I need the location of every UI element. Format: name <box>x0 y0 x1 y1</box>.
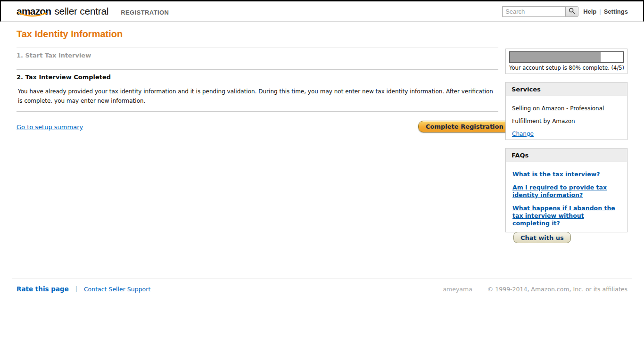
logged-in-user-name: ameyama <box>443 286 472 293</box>
rate-this-page-link[interactable]: Rate this page <box>17 285 69 293</box>
faq-link-abandon-interview[interactable]: What happens if I abandon the tax interv… <box>512 205 622 227</box>
step-2-tax-interview-completed: 2. Tax Interview Completed <box>17 74 111 81</box>
copyright-notice: © 1999-2014, Amazon.com, Inc. or its aff… <box>487 286 627 293</box>
faqs-box: FAQs What is the tax interview? Am I req… <box>505 148 627 232</box>
services-box: Services Selling on Amazon - Professiona… <box>505 82 627 140</box>
settings-link[interactable]: Settings <box>604 8 628 15</box>
service-item-fulfillment-by-amazon: Fulfillment by Amazon <box>512 118 621 124</box>
header-link-divider: | <box>599 8 601 15</box>
services-box-title: Services <box>506 82 627 96</box>
go-to-setup-summary-link[interactable]: Go to setup summary <box>17 123 83 131</box>
progress-bar <box>509 51 624 63</box>
page: amazon seller central REGISTRATION <box>0 0 644 362</box>
progress-fill <box>510 52 601 62</box>
section-divider <box>17 48 498 48</box>
progress-status-text: Your account setup is 80% complete. (4/5… <box>509 65 624 71</box>
footer: Rate this page | Contact Seller Support … <box>0 285 644 293</box>
search-icon <box>569 7 575 16</box>
faq-links-list: What is the tax interview? Am I required… <box>506 162 627 246</box>
faq-link-what-is-tax-interview[interactable]: What is the tax interview? <box>512 171 622 178</box>
header-utility-links: Help | Settings <box>583 8 628 15</box>
account-setup-progress-box: Your account setup is 80% complete. (4/5… <box>505 49 627 74</box>
footer-divider <box>12 279 632 279</box>
service-item-selling-on-amazon: Selling on Amazon - Professional <box>512 105 621 112</box>
services-list: Selling on Amazon - Professional Fulfill… <box>506 96 627 140</box>
help-link[interactable]: Help <box>583 8 596 15</box>
search-button[interactable] <box>565 6 578 17</box>
amazon-logo-text: amazon <box>17 6 51 17</box>
seller-central-logo-text: seller central <box>54 6 108 17</box>
footer-link-divider: | <box>75 286 77 292</box>
page-title: Tax Identity Information <box>17 29 123 40</box>
contact-seller-support-link[interactable]: Contact Seller Support <box>84 286 150 293</box>
tax-interview-status-text: You have already provided your tax ident… <box>18 87 496 106</box>
faq-link-am-i-required[interactable]: Am I required to provide tax identity in… <box>512 184 622 199</box>
change-services-link[interactable]: Change <box>512 131 534 137</box>
chat-with-us-button[interactable]: Chat with us <box>513 232 571 243</box>
complete-registration-button[interactable]: Complete Registration <box>418 121 511 132</box>
search-input[interactable] <box>502 6 565 17</box>
step-1-start-tax-interview: 1. Start Tax Interview <box>17 52 91 59</box>
top-header: amazon seller central REGISTRATION <box>0 0 644 22</box>
amazon-smile-icon <box>17 8 49 19</box>
footer-right-group: ameyama © 1999-2014, Amazon.com, Inc. or… <box>443 286 627 293</box>
section-divider <box>17 111 498 112</box>
section-divider <box>17 69 498 70</box>
faqs-box-title: FAQs <box>506 148 627 162</box>
header-right-group: Help | Settings <box>502 6 628 17</box>
amazon-seller-central-logo[interactable]: amazon seller central <box>17 6 108 17</box>
registration-nav-label: REGISTRATION <box>121 9 169 16</box>
